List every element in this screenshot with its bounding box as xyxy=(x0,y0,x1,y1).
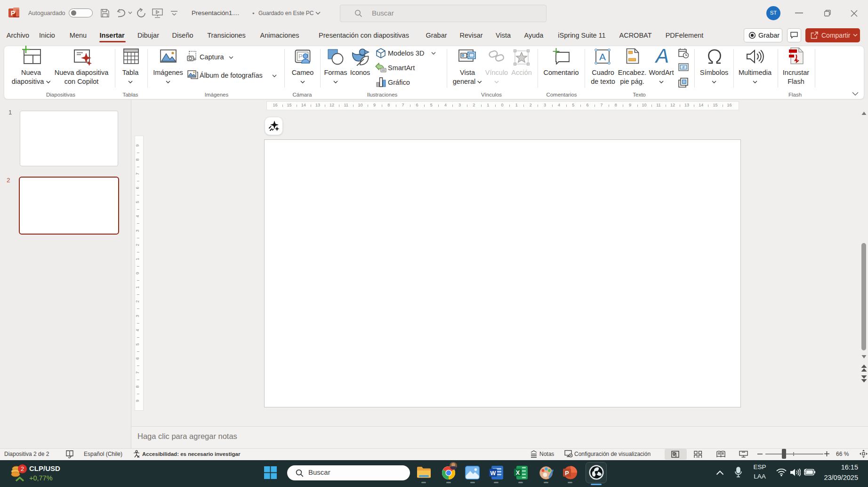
svg-text:P: P xyxy=(298,53,303,60)
svg-text:A: A xyxy=(599,51,606,62)
svg-text:A: A xyxy=(654,47,669,65)
svg-text:#: # xyxy=(682,65,684,70)
svg-text:X: X xyxy=(516,470,520,476)
svg-text:W: W xyxy=(490,470,496,477)
svg-text:P: P xyxy=(11,9,15,17)
svg-text:P: P xyxy=(565,470,569,477)
